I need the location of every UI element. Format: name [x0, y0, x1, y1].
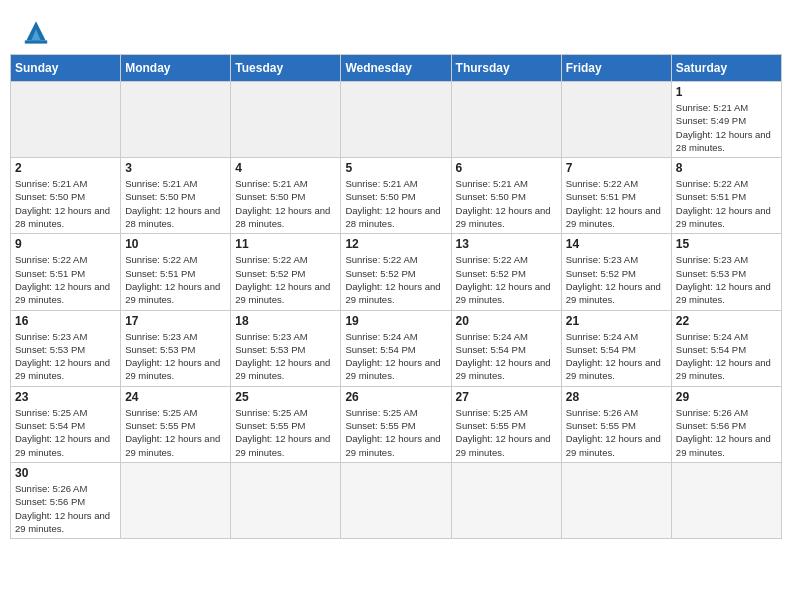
logo — [20, 18, 56, 46]
day-number: 6 — [456, 161, 557, 175]
day-info: Sunrise: 5:21 AM Sunset: 5:50 PM Dayligh… — [235, 177, 336, 230]
calendar-cell — [11, 82, 121, 158]
day-number: 16 — [15, 314, 116, 328]
calendar-cell: 1 Sunrise: 5:21 AM Sunset: 5:49 PM Dayli… — [671, 82, 781, 158]
day-info: Sunrise: 5:25 AM Sunset: 5:55 PM Dayligh… — [456, 406, 557, 459]
calendar-cell: 14 Sunrise: 5:23 AM Sunset: 5:52 PM Dayl… — [561, 234, 671, 310]
day-number: 25 — [235, 390, 336, 404]
day-number: 23 — [15, 390, 116, 404]
calendar-cell: 17 Sunrise: 5:23 AM Sunset: 5:53 PM Dayl… — [121, 310, 231, 386]
calendar-row: 1 Sunrise: 5:21 AM Sunset: 5:49 PM Dayli… — [11, 82, 782, 158]
day-number: 4 — [235, 161, 336, 175]
calendar-cell — [231, 82, 341, 158]
header-sunday: Sunday — [11, 55, 121, 82]
calendar-cell — [231, 462, 341, 538]
calendar-row: 30 Sunrise: 5:26 AM Sunset: 5:56 PM Dayl… — [11, 462, 782, 538]
calendar-cell: 16 Sunrise: 5:23 AM Sunset: 5:53 PM Dayl… — [11, 310, 121, 386]
calendar-row: 23 Sunrise: 5:25 AM Sunset: 5:54 PM Dayl… — [11, 386, 782, 462]
day-info: Sunrise: 5:26 AM Sunset: 5:55 PM Dayligh… — [566, 406, 667, 459]
calendar-cell: 9 Sunrise: 5:22 AM Sunset: 5:51 PM Dayli… — [11, 234, 121, 310]
day-info: Sunrise: 5:26 AM Sunset: 5:56 PM Dayligh… — [15, 482, 116, 535]
day-info: Sunrise: 5:22 AM Sunset: 5:51 PM Dayligh… — [15, 253, 116, 306]
calendar-cell: 13 Sunrise: 5:22 AM Sunset: 5:52 PM Dayl… — [451, 234, 561, 310]
header-tuesday: Tuesday — [231, 55, 341, 82]
calendar-cell: 19 Sunrise: 5:24 AM Sunset: 5:54 PM Dayl… — [341, 310, 451, 386]
calendar-cell: 29 Sunrise: 5:26 AM Sunset: 5:56 PM Dayl… — [671, 386, 781, 462]
calendar-cell — [341, 82, 451, 158]
day-number: 1 — [676, 85, 777, 99]
day-info: Sunrise: 5:23 AM Sunset: 5:53 PM Dayligh… — [676, 253, 777, 306]
day-info: Sunrise: 5:24 AM Sunset: 5:54 PM Dayligh… — [456, 330, 557, 383]
day-info: Sunrise: 5:23 AM Sunset: 5:52 PM Dayligh… — [566, 253, 667, 306]
day-info: Sunrise: 5:25 AM Sunset: 5:55 PM Dayligh… — [125, 406, 226, 459]
day-info: Sunrise: 5:22 AM Sunset: 5:52 PM Dayligh… — [456, 253, 557, 306]
calendar-cell: 5 Sunrise: 5:21 AM Sunset: 5:50 PM Dayli… — [341, 158, 451, 234]
calendar-cell: 24 Sunrise: 5:25 AM Sunset: 5:55 PM Dayl… — [121, 386, 231, 462]
day-info: Sunrise: 5:24 AM Sunset: 5:54 PM Dayligh… — [676, 330, 777, 383]
calendar-cell: 20 Sunrise: 5:24 AM Sunset: 5:54 PM Dayl… — [451, 310, 561, 386]
calendar-cell: 28 Sunrise: 5:26 AM Sunset: 5:55 PM Dayl… — [561, 386, 671, 462]
weekday-header-row: Sunday Monday Tuesday Wednesday Thursday… — [11, 55, 782, 82]
day-number: 13 — [456, 237, 557, 251]
day-info: Sunrise: 5:25 AM Sunset: 5:54 PM Dayligh… — [15, 406, 116, 459]
calendar-cell: 10 Sunrise: 5:22 AM Sunset: 5:51 PM Dayl… — [121, 234, 231, 310]
day-info: Sunrise: 5:22 AM Sunset: 5:52 PM Dayligh… — [235, 253, 336, 306]
calendar-cell: 7 Sunrise: 5:22 AM Sunset: 5:51 PM Dayli… — [561, 158, 671, 234]
header-wednesday: Wednesday — [341, 55, 451, 82]
day-number: 29 — [676, 390, 777, 404]
day-number: 14 — [566, 237, 667, 251]
calendar-cell — [451, 462, 561, 538]
calendar-cell: 3 Sunrise: 5:21 AM Sunset: 5:50 PM Dayli… — [121, 158, 231, 234]
day-info: Sunrise: 5:21 AM Sunset: 5:50 PM Dayligh… — [15, 177, 116, 230]
calendar-row: 2 Sunrise: 5:21 AM Sunset: 5:50 PM Dayli… — [11, 158, 782, 234]
day-info: Sunrise: 5:26 AM Sunset: 5:56 PM Dayligh… — [676, 406, 777, 459]
day-number: 11 — [235, 237, 336, 251]
day-info: Sunrise: 5:21 AM Sunset: 5:50 PM Dayligh… — [456, 177, 557, 230]
day-number: 18 — [235, 314, 336, 328]
header-friday: Friday — [561, 55, 671, 82]
calendar-cell — [671, 462, 781, 538]
day-number: 10 — [125, 237, 226, 251]
calendar-cell: 21 Sunrise: 5:24 AM Sunset: 5:54 PM Dayl… — [561, 310, 671, 386]
calendar-cell: 8 Sunrise: 5:22 AM Sunset: 5:51 PM Dayli… — [671, 158, 781, 234]
logo-icon — [20, 18, 52, 46]
calendar-cell — [451, 82, 561, 158]
day-number: 19 — [345, 314, 446, 328]
day-info: Sunrise: 5:22 AM Sunset: 5:51 PM Dayligh… — [125, 253, 226, 306]
calendar-row: 16 Sunrise: 5:23 AM Sunset: 5:53 PM Dayl… — [11, 310, 782, 386]
day-info: Sunrise: 5:21 AM Sunset: 5:50 PM Dayligh… — [125, 177, 226, 230]
day-number: 8 — [676, 161, 777, 175]
day-number: 26 — [345, 390, 446, 404]
svg-rect-2 — [25, 40, 47, 43]
calendar-cell: 2 Sunrise: 5:21 AM Sunset: 5:50 PM Dayli… — [11, 158, 121, 234]
header-monday: Monday — [121, 55, 231, 82]
day-info: Sunrise: 5:23 AM Sunset: 5:53 PM Dayligh… — [15, 330, 116, 383]
calendar-cell: 30 Sunrise: 5:26 AM Sunset: 5:56 PM Dayl… — [11, 462, 121, 538]
calendar-cell: 15 Sunrise: 5:23 AM Sunset: 5:53 PM Dayl… — [671, 234, 781, 310]
calendar-row: 9 Sunrise: 5:22 AM Sunset: 5:51 PM Dayli… — [11, 234, 782, 310]
day-info: Sunrise: 5:22 AM Sunset: 5:51 PM Dayligh… — [676, 177, 777, 230]
header-saturday: Saturday — [671, 55, 781, 82]
day-number: 27 — [456, 390, 557, 404]
calendar-cell: 6 Sunrise: 5:21 AM Sunset: 5:50 PM Dayli… — [451, 158, 561, 234]
calendar-cell: 25 Sunrise: 5:25 AM Sunset: 5:55 PM Dayl… — [231, 386, 341, 462]
day-number: 7 — [566, 161, 667, 175]
calendar-cell — [121, 462, 231, 538]
day-number: 2 — [15, 161, 116, 175]
day-number: 5 — [345, 161, 446, 175]
day-info: Sunrise: 5:21 AM Sunset: 5:49 PM Dayligh… — [676, 101, 777, 154]
day-info: Sunrise: 5:22 AM Sunset: 5:51 PM Dayligh… — [566, 177, 667, 230]
day-info: Sunrise: 5:25 AM Sunset: 5:55 PM Dayligh… — [235, 406, 336, 459]
calendar-cell: 4 Sunrise: 5:21 AM Sunset: 5:50 PM Dayli… — [231, 158, 341, 234]
day-number: 17 — [125, 314, 226, 328]
day-number: 21 — [566, 314, 667, 328]
calendar-cell: 22 Sunrise: 5:24 AM Sunset: 5:54 PM Dayl… — [671, 310, 781, 386]
day-info: Sunrise: 5:22 AM Sunset: 5:52 PM Dayligh… — [345, 253, 446, 306]
day-info: Sunrise: 5:23 AM Sunset: 5:53 PM Dayligh… — [235, 330, 336, 383]
calendar-cell: 11 Sunrise: 5:22 AM Sunset: 5:52 PM Dayl… — [231, 234, 341, 310]
day-info: Sunrise: 5:23 AM Sunset: 5:53 PM Dayligh… — [125, 330, 226, 383]
day-info: Sunrise: 5:24 AM Sunset: 5:54 PM Dayligh… — [566, 330, 667, 383]
calendar-cell — [561, 82, 671, 158]
day-number: 30 — [15, 466, 116, 480]
day-number: 22 — [676, 314, 777, 328]
